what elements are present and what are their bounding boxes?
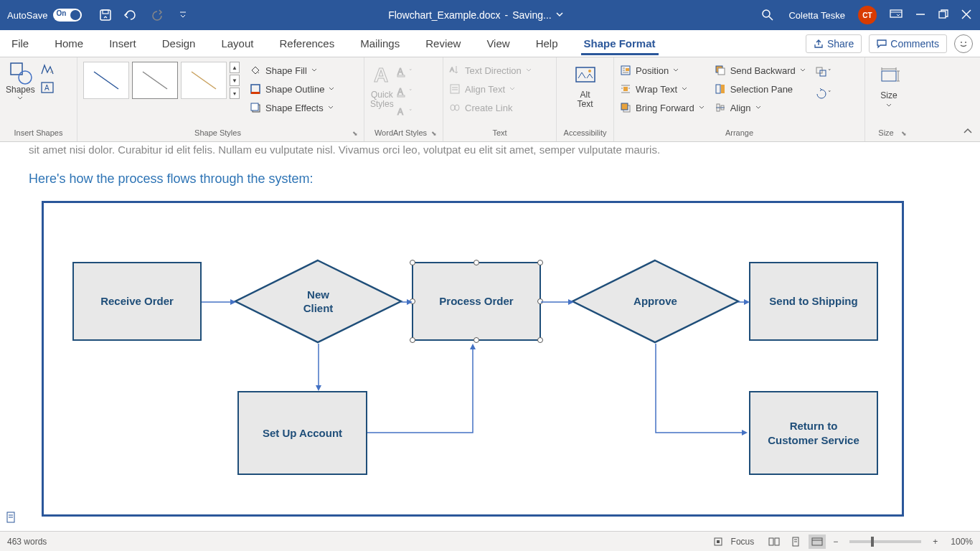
tab-view[interactable]: View: [484, 32, 512, 55]
shape-fill-button[interactable]: Shape Fill: [250, 65, 334, 76]
svg-rect-39: [626, 68, 629, 71]
align-text-icon: [449, 83, 461, 95]
connector-approve-return[interactable]: [651, 344, 752, 437]
toggle-switch[interactable]: On: [53, 9, 82, 22]
create-link-label: Create Link: [465, 103, 512, 113]
alt-text-button[interactable]: Alt Text: [570, 62, 601, 112]
shape-shipping[interactable]: Send to Shipping: [749, 262, 878, 341]
svg-point-35: [455, 105, 459, 110]
read-mode-icon[interactable]: [765, 534, 783, 549]
word-count[interactable]: 463 words: [7, 537, 47, 547]
redo-icon[interactable]: [149, 7, 165, 23]
dialog-launcher-icon[interactable]: ⬊: [431, 130, 437, 137]
tab-layout[interactable]: Layout: [218, 32, 256, 55]
bring-forward-button[interactable]: Bring Forward: [620, 102, 705, 113]
connector-newclient-process[interactable]: [401, 298, 415, 306]
tab-home[interactable]: Home: [52, 32, 86, 55]
search-icon[interactable]: [760, 7, 776, 23]
svg-rect-49: [621, 103, 628, 110]
size-button[interactable]: Size: [873, 62, 905, 110]
connector-process-approve[interactable]: [541, 298, 575, 306]
zoom-level[interactable]: 100%: [951, 537, 973, 547]
shape-outline-button[interactable]: Shape Outline: [250, 83, 334, 95]
position-button[interactable]: Position: [620, 65, 705, 76]
shape-approve[interactable]: Approve: [571, 259, 740, 344]
style-preset-3[interactable]: [181, 62, 227, 99]
shape-return[interactable]: Return to Customer Service: [749, 391, 878, 475]
shape-receive-order[interactable]: Receive Order: [72, 262, 202, 341]
connector-newclient-setup[interactable]: [314, 344, 323, 394]
doc-heading[interactable]: Here's how the process flows through the…: [22, 157, 958, 194]
selection-pane-button[interactable]: Selection Pane: [715, 83, 806, 95]
group-insert-shapes: Shapes A Insert Shapes: [0, 57, 77, 141]
shape-new-client[interactable]: New Client: [234, 259, 402, 344]
wrap-text-button[interactable]: Wrap Text: [620, 83, 705, 95]
align-text-button: Align Text: [449, 83, 532, 95]
gallery-more-icon[interactable]: ▾: [230, 88, 240, 99]
text-box-icon[interactable]: A: [39, 80, 55, 95]
focus-label[interactable]: Focus: [731, 537, 755, 547]
style-preset-1[interactable]: [83, 62, 129, 99]
gallery-up-icon[interactable]: ▲: [230, 62, 240, 73]
shape-process-order[interactable]: Process Order: [412, 262, 541, 341]
autosave-toggle[interactable]: AutoSave On: [0, 9, 89, 22]
send-backward-button[interactable]: Send Backward: [715, 65, 806, 76]
maximize-icon[interactable]: [938, 9, 948, 22]
save-icon[interactable]: [98, 7, 113, 23]
focus-button[interactable]: [710, 534, 727, 549]
shape-style-gallery[interactable]: ▲ ▼ ▾: [83, 62, 240, 99]
ribbon-tabs: File Home Insert Design Layout Reference…: [0, 30, 980, 57]
style-preset-2[interactable]: [132, 62, 178, 99]
shape-text: Receive Order: [100, 294, 174, 309]
dialog-launcher-icon[interactable]: ⬊: [352, 130, 358, 137]
share-button[interactable]: Share: [806, 34, 862, 53]
align-button[interactable]: Align: [715, 102, 806, 113]
size-icon: [877, 65, 900, 88]
connector-approve-shipping[interactable]: [738, 298, 753, 306]
tab-insert[interactable]: Insert: [106, 32, 139, 55]
close-icon[interactable]: [961, 9, 971, 22]
shape-text: Approve: [633, 294, 677, 309]
feedback-icon[interactable]: [954, 34, 973, 53]
edit-shape-icon[interactable]: [39, 62, 55, 76]
comments-label: Comments: [890, 38, 939, 50]
tab-mailings[interactable]: Mailings: [357, 32, 402, 55]
shape-setup-account[interactable]: Set Up Account: [237, 391, 367, 475]
print-layout-icon[interactable]: [787, 534, 804, 549]
chevron-down-icon[interactable]: [556, 12, 563, 18]
create-link-button: Create Link: [449, 102, 532, 113]
zoom-out-button[interactable]: −: [830, 537, 841, 547]
user-name[interactable]: Coletta Teske: [788, 10, 845, 21]
zoom-slider[interactable]: [849, 540, 921, 543]
shape-effects-button[interactable]: Shape Effects: [250, 102, 334, 113]
tab-references[interactable]: References: [276, 32, 337, 55]
zoom-in-button[interactable]: +: [930, 537, 941, 547]
document-area[interactable]: sit amet nisi dolor. Curabitur id elit f…: [0, 142, 980, 531]
qat-more-icon[interactable]: [175, 7, 191, 23]
zoom-thumb[interactable]: [871, 537, 874, 547]
tab-help[interactable]: Help: [533, 32, 561, 55]
minimize-icon[interactable]: [915, 9, 925, 22]
body-text[interactable]: sit amet nisi dolor. Curabitur id elit f…: [22, 142, 958, 157]
tab-design[interactable]: Design: [159, 32, 199, 55]
gallery-down-icon[interactable]: ▼: [230, 75, 240, 86]
connector-setup-process[interactable]: [367, 341, 482, 434]
web-layout-icon[interactable]: [809, 534, 826, 549]
tab-shape-format[interactable]: Shape Format: [581, 32, 659, 55]
ribbon-display-icon[interactable]: [890, 9, 903, 22]
tab-review[interactable]: Review: [423, 32, 463, 55]
comments-button[interactable]: Comments: [869, 34, 947, 53]
quick-styles-label: Quick Styles: [370, 90, 394, 109]
undo-icon[interactable]: [123, 7, 139, 23]
svg-rect-79: [769, 538, 773, 545]
dialog-launcher-icon[interactable]: ⬊: [901, 130, 907, 137]
drawing-canvas[interactable]: Receive Order New Client Process Order A…: [42, 201, 904, 517]
shapes-button[interactable]: Shapes: [6, 62, 35, 100]
avatar[interactable]: CT: [858, 6, 877, 24]
collapse-ribbon-icon[interactable]: [963, 127, 973, 137]
tab-file[interactable]: File: [9, 32, 32, 55]
rotate-icon[interactable]: ˅: [816, 86, 831, 100]
group-icon[interactable]: ˅: [816, 65, 831, 79]
forward-icon: [620, 102, 631, 113]
connector-receive-newclient[interactable]: [202, 298, 237, 306]
